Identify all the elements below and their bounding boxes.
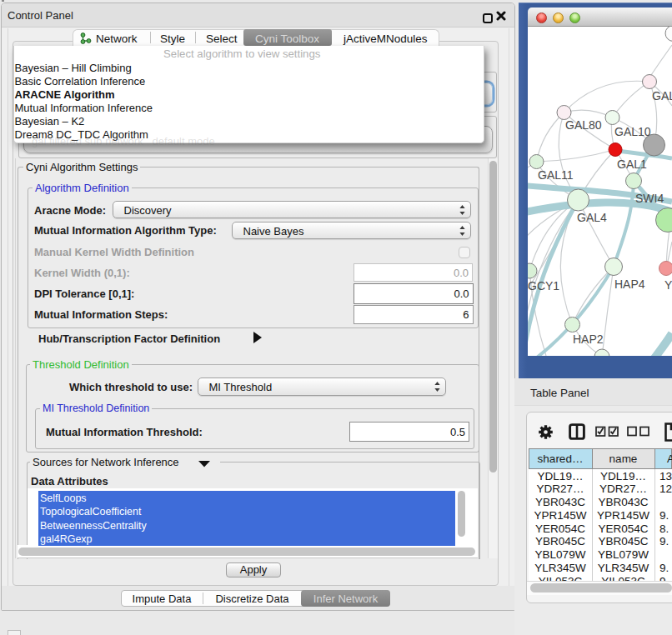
svg-text:GAL1: GAL1 xyxy=(617,158,647,171)
svg-text:SWI4: SWI4 xyxy=(635,192,664,205)
svg-text:Y: Y xyxy=(664,278,672,292)
svg-text:HAP4: HAP4 xyxy=(614,278,645,291)
svg-text:GCY1: GCY1 xyxy=(528,279,559,292)
svg-text:GAL4: GAL4 xyxy=(577,211,607,224)
svg-text:GAL80: GAL80 xyxy=(565,118,602,132)
svg-text:HAP2: HAP2 xyxy=(573,332,604,346)
svg-text:GAL8: GAL8 xyxy=(652,89,672,102)
svg-text:GAL11: GAL11 xyxy=(538,168,574,182)
svg-text:GAL10: GAL10 xyxy=(614,125,651,138)
